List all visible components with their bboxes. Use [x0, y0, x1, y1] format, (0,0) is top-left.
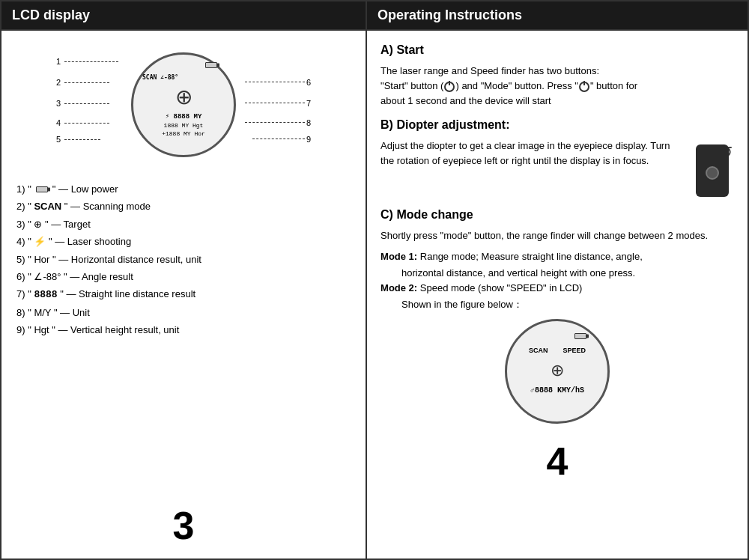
- diopter-row: Adjust the diopter to get a clear image …: [380, 139, 734, 198]
- legend-item-2: 2) " SCAN " — Scanning mode: [16, 198, 351, 215]
- battery-icon-legend: [36, 186, 48, 192]
- dial-inner: SCAN ∠-88° ⊕ ⚡ 8888 MY 1888 MY Hgt +1888…: [133, 55, 234, 155]
- page-number-right: 4: [380, 427, 734, 492]
- label-8: 8: [245, 118, 311, 127]
- scan-speed-label: SCAN: [529, 346, 548, 356]
- device-body: [696, 144, 729, 197]
- legend-item-9: 9) " Hgt " — Vertical height result, uni…: [16, 321, 351, 338]
- label-2: 2: [56, 78, 109, 87]
- right-header: Operating Instructions: [367, 1, 748, 31]
- legend-item-3: 3) " ⊕ " — Target: [16, 216, 351, 233]
- legend-list: 1) " " — Low power 2) " SCAN " — Scannin…: [16, 180, 351, 339]
- hor-row: +1888 MY Hor: [162, 130, 205, 137]
- legend-item-1: 1) " " — Low power: [16, 180, 351, 198]
- legend-item-5: 5) " Hor " — Horizontal distance result,…: [16, 251, 351, 268]
- label-7: 7: [245, 99, 311, 108]
- right-panel: Operating Instructions A) Start The lase…: [367, 1, 748, 559]
- section-c-text1: Shortly press "mode" button, the range f…: [380, 228, 734, 243]
- legend-item-8: 8) " M/Y " — Unit: [16, 304, 351, 321]
- device-button: [706, 166, 719, 180]
- speed-label: SPEED: [563, 346, 586, 356]
- power-icon-b: [579, 82, 589, 92]
- section-b-title: B) Diopter adjustment:: [380, 116, 734, 135]
- left-header: LCD display: [1, 1, 366, 31]
- diopter-device-image: ↺: [691, 139, 734, 198]
- battery-icon-dial: [205, 62, 217, 68]
- label-4: 4: [56, 118, 109, 127]
- power-icon-a: [444, 82, 455, 92]
- page-number-left: 3: [16, 496, 351, 548]
- laser-num: ⚡ 8888 MY: [166, 112, 202, 121]
- label-6: 6: [245, 78, 311, 87]
- section-b-text: Adjust the diopter to get a clear image …: [380, 139, 679, 168]
- section-c-title: C) Mode change: [380, 206, 734, 225]
- scan-label: SCAN ∠-88°: [142, 74, 178, 81]
- label-9: 9: [252, 135, 311, 144]
- section-c-mode1: Mode 1: Range mode; Measure straight lin…: [380, 249, 734, 264]
- speed-bottom-text: ♂8888 KMY/hS: [530, 385, 584, 397]
- label-5: 5: [56, 135, 100, 144]
- section-c-mode2: Mode 2: Speed mode (show "SPEED" in LCD): [380, 281, 734, 296]
- legend-item-4: 4) " ⚡ " — Laser shooting: [16, 233, 351, 250]
- right-content: A) Start The laser range and Speed finde…: [367, 31, 748, 559]
- left-content: 1 2 3 4 5 6 7: [1, 31, 366, 559]
- dial-container: 1 2 3 4 5 6 7: [56, 43, 311, 167]
- speed-top-row: SCAN SPEED: [529, 346, 586, 356]
- speed-battery-icon: [574, 333, 586, 342]
- section-a-text: The laser range and Speed finder has two…: [380, 64, 734, 109]
- hgt-row: 1888 MY Hgt: [164, 122, 204, 129]
- speed-dial-container: SCAN SPEED ⊕ ♂8888 KMY/hS: [380, 319, 734, 424]
- speed-crosshair-icon: ⊕: [551, 358, 564, 383]
- crosshair-symbol: ⊕: [175, 85, 192, 109]
- speed-dial: SCAN SPEED ⊕ ♂8888 KMY/hS: [505, 319, 610, 424]
- label-1: 1: [56, 57, 118, 66]
- lcd-diagram: 1 2 3 4 5 6 7: [16, 41, 351, 168]
- section-a-title: A) Start: [380, 41, 734, 60]
- legend-item-6: 6) " ∠-88° " — Angle result: [16, 268, 351, 285]
- section-c-mode1-cont: horizontal distance, and vertical height…: [380, 266, 734, 281]
- left-panel: LCD display 1 2 3 4 5: [1, 1, 367, 559]
- legend-item-7: 7) " 8888 " — Straight line distance res…: [16, 285, 351, 303]
- section-c-mode2-sub: Shown in the figure below：: [380, 297, 734, 312]
- label-3: 3: [56, 99, 109, 108]
- dial-circle: SCAN ∠-88° ⊕ ⚡ 8888 MY 1888 MY Hgt +1888…: [131, 52, 236, 157]
